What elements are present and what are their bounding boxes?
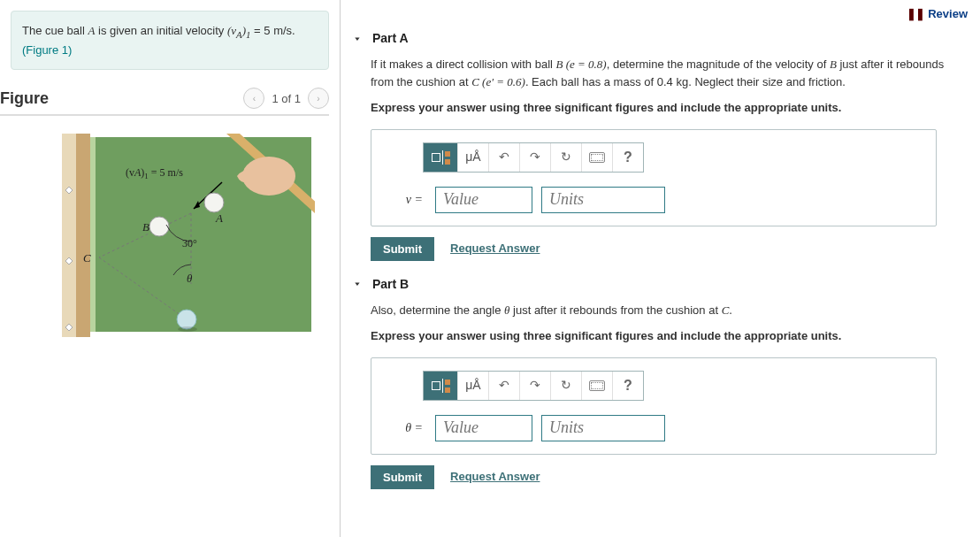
part-b-input-row: θ = (387, 415, 920, 441)
fraction-tool-button[interactable] (424, 372, 458, 400)
help-button[interactable]: ? (613, 372, 643, 400)
part-a-header[interactable]: ▼ Part A (353, 31, 968, 45)
review-link[interactable]: ❚❚Review (353, 7, 968, 24)
part-a-request-answer-link[interactable]: Request Answer (450, 240, 540, 257)
figure-section: Figure ‹ 1 of 1 › (0, 81, 340, 337)
svg-rect-3 (62, 134, 76, 337)
part-a: ▼ Part A If it makes a direct collision … (353, 31, 968, 261)
fraction-tool-button[interactable] (424, 143, 458, 172)
reset-button[interactable]: ↻ (551, 372, 582, 400)
part-a-units-input[interactable] (541, 187, 665, 213)
part-b-instr: Express your answer using three signific… (371, 327, 968, 345)
part-b-units-input[interactable] (541, 415, 665, 441)
right-pane: ❚❚Review ▼ Part A If it makes a direct c… (341, 0, 980, 537)
svg-text:A: A (215, 211, 223, 225)
redo-button[interactable]: ↷ (520, 143, 551, 172)
svg-point-18 (178, 326, 197, 332)
svg-text:30°: 30° (182, 237, 197, 249)
units-tool-button[interactable]: μÅ (458, 372, 489, 400)
help-button[interactable]: ? (613, 143, 643, 172)
part-b-var-label: θ = (387, 418, 426, 437)
keyboard-button[interactable] (582, 372, 613, 400)
figure-image: (vA)1 = 5 m/s A B C 30° θ (0, 127, 329, 337)
reset-button[interactable]: ↻ (551, 143, 582, 172)
diagram-svg: (vA)1 = 5 m/s A B C 30° θ (50, 134, 315, 337)
fraction-icon (432, 378, 450, 393)
undo-button[interactable]: ↶ (489, 143, 520, 172)
caret-down-icon: ▼ (353, 280, 361, 287)
part-b-value-input[interactable] (435, 415, 532, 441)
svg-text:C: C (83, 251, 91, 265)
part-b-header[interactable]: ▼ Part B (353, 277, 968, 291)
svg-text:(vA)1 = 5 m/s: (vA)1 = 5 m/s (126, 166, 183, 180)
svg-text:θ: θ (187, 272, 193, 285)
svg-rect-1 (90, 137, 96, 332)
part-b-body: Also, determine the angle θ just after i… (371, 302, 968, 489)
part-b-answer-box: μÅ ↶ ↷ ↻ ? θ = (371, 357, 937, 455)
figure-header: Figure ‹ 1 of 1 › (0, 88, 329, 116)
units-tool-button[interactable]: μÅ (458, 143, 489, 172)
part-a-instr: Express your answer using three signific… (371, 99, 968, 117)
part-a-submit-row: Submit Request Answer (371, 237, 968, 261)
part-a-body: If it makes a direct collision with ball… (371, 56, 968, 261)
part-a-var-label: v = (387, 190, 426, 209)
prev-figure-button[interactable]: ‹ (243, 88, 264, 109)
part-a-answer-box: μÅ ↶ ↷ ↻ ? v = (371, 129, 937, 226)
redo-button[interactable]: ↷ (520, 372, 551, 400)
keyboard-icon (589, 380, 605, 391)
undo-button[interactable]: ↶ (489, 372, 520, 400)
problem-statement: The cue ball A is given an initial veloc… (11, 11, 329, 70)
figure-link[interactable]: (Figure 1) (22, 43, 72, 57)
svg-point-14 (204, 193, 224, 212)
svg-point-17 (177, 310, 196, 329)
pager-text: 1 of 1 (272, 92, 301, 105)
part-a-toolbar: μÅ ↶ ↷ ↻ ? (423, 142, 644, 173)
part-b-title: Part B (372, 277, 409, 291)
part-b-submit-row: Submit Request Answer (371, 465, 968, 489)
part-b-toolbar: μÅ ↶ ↷ ↻ ? (423, 371, 644, 401)
app-container: The cue ball A is given an initial veloc… (0, 0, 980, 537)
part-a-submit-button[interactable]: Submit (371, 237, 434, 261)
figure-title: Figure (0, 89, 49, 108)
review-icon: ❚❚ (907, 7, 924, 20)
part-a-value-input[interactable] (435, 187, 532, 213)
svg-point-16 (149, 217, 169, 236)
part-b-request-answer-link[interactable]: Request Answer (450, 468, 540, 486)
keyboard-icon (589, 152, 605, 163)
fraction-icon (432, 150, 450, 165)
stmt-text: The cue ball A is given an initial veloc… (22, 24, 295, 37)
svg-text:B: B (142, 220, 149, 234)
part-b: ▼ Part B Also, determine the angle θ jus… (353, 277, 968, 489)
caret-down-icon: ▼ (353, 35, 361, 42)
part-b-submit-button[interactable]: Submit (371, 465, 434, 489)
svg-rect-2 (76, 134, 90, 337)
left-pane: The cue ball A is given an initial veloc… (0, 0, 341, 537)
figure-pager: ‹ 1 of 1 › (243, 88, 329, 109)
part-a-title: Part A (372, 31, 409, 45)
keyboard-button[interactable] (582, 143, 613, 172)
part-a-input-row: v = (387, 187, 920, 213)
next-figure-button[interactable]: › (308, 88, 329, 109)
